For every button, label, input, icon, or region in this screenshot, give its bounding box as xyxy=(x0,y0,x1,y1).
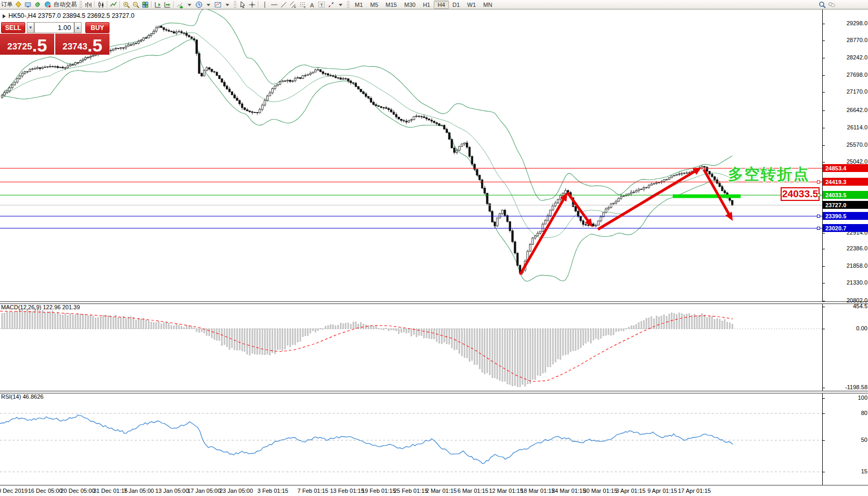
timeframe-button-mn[interactable]: MN xyxy=(480,1,496,9)
macd-axis-tick-label: 0.00 xyxy=(824,325,867,331)
time-axis-label: 30 Mar 01:15 xyxy=(583,488,617,494)
price-level-label: 23390.5 xyxy=(823,212,868,220)
volume-decrease-button[interactable]: ▼ xyxy=(27,22,34,33)
time-axis[interactable]: 0 Dec 201916 Dec 05:0020 Dec 05:0031 Dec… xyxy=(0,485,868,496)
panel-divider-rsi[interactable] xyxy=(0,391,868,393)
time-axis-label: 6 Mar 01:15 xyxy=(457,488,488,494)
price-chart-panel[interactable] xyxy=(0,9,822,302)
market-watch-icon[interactable] xyxy=(14,1,23,8)
periods-icon[interactable] xyxy=(194,1,204,8)
svg-text:A: A xyxy=(310,2,314,8)
auto-trading-button-glyph[interactable] xyxy=(43,1,53,8)
rsi-axis-tick-label: 50 xyxy=(824,437,867,443)
time-axis-label: 12 Mar 01:15 xyxy=(489,488,523,494)
price-axis-tick-label: 21858.0 xyxy=(824,262,867,269)
text-label-tool-icon[interactable]: T xyxy=(317,1,326,8)
time-axis-label: 31 Dec 01:15 xyxy=(93,488,127,494)
symbol-marker-icon xyxy=(3,14,6,18)
toolbar-grip[interactable] xyxy=(79,1,82,8)
rsi-indicator-panel[interactable] xyxy=(0,393,822,485)
indicators-dropdown-icon[interactable] xyxy=(185,1,194,8)
cursor-icon[interactable] xyxy=(238,1,247,8)
toolbar-separator xyxy=(94,1,95,8)
rsi-axis-tick-label: 100 xyxy=(824,394,867,401)
toolbar-grip[interactable] xyxy=(347,1,350,8)
panel-divider-macd[interactable] xyxy=(0,301,868,304)
volume-increase-button[interactable]: ▲ xyxy=(74,22,82,33)
price-axis-tick-label: 21330.0 xyxy=(824,279,867,286)
sell-price-frac: .5 xyxy=(32,36,47,55)
timeframe-button-m15[interactable]: M15 xyxy=(382,1,401,9)
rsi-axis-tick-label: 80 xyxy=(824,410,867,416)
price-axis-tick-label: 26114.0 xyxy=(824,124,867,130)
zoom-out-icon[interactable] xyxy=(131,1,141,8)
auto-scroll-icon[interactable] xyxy=(163,1,172,8)
time-axis-label: 23 Jan 05:00 xyxy=(220,488,253,494)
level-line-marker xyxy=(817,215,820,218)
search-icon[interactable] xyxy=(817,1,827,8)
price-axis-tick-label: 22386.0 xyxy=(824,245,867,251)
trendline-icon[interactable] xyxy=(279,1,288,8)
buy-button[interactable]: BUY xyxy=(85,22,109,33)
timeframe-button-m1[interactable]: M1 xyxy=(351,1,366,9)
bar-chart-icon[interactable] xyxy=(84,1,93,8)
line-chart-icon[interactable] xyxy=(109,1,118,8)
timeframe-button-h4[interactable]: H4 xyxy=(434,1,448,9)
timeframe-button-m5[interactable]: M5 xyxy=(366,1,382,9)
arrows-tool-icon[interactable] xyxy=(326,1,336,8)
sell-button[interactable]: SELL xyxy=(1,22,25,33)
chat-icon[interactable] xyxy=(827,1,836,8)
price-level-label: 24419.3 xyxy=(823,178,868,186)
equidistant-channel-icon[interactable]: E xyxy=(288,1,298,8)
price-level-label: 24033.5 xyxy=(823,191,868,199)
price-axis-tick-label: 27698.0 xyxy=(824,72,867,78)
volume-input[interactable]: 1.00 xyxy=(34,22,74,33)
text-tool-icon[interactable]: A xyxy=(307,1,317,8)
time-axis-label: 17 Jan 05:00 xyxy=(187,488,221,494)
time-axis-label: 3 Feb 01:15 xyxy=(257,488,288,494)
chart-shift-icon[interactable] xyxy=(153,1,163,8)
macd-axis-tick-label: -1198.58 xyxy=(824,384,867,390)
price-axis-tick-label: 27170.0 xyxy=(824,88,867,95)
buy-quote[interactable]: 23743 .5 xyxy=(55,34,109,55)
turning-point-annotation: 多空转折点 xyxy=(728,164,810,185)
crosshair-icon[interactable] xyxy=(247,1,257,8)
arrows-dropdown-icon[interactable] xyxy=(336,1,345,8)
svg-text:T: T xyxy=(320,2,323,7)
macd-axis-tick-label: 454.5 xyxy=(824,303,867,309)
price-axis-tick-label: 28242.0 xyxy=(824,54,867,60)
timeframe-button-w1[interactable]: W1 xyxy=(464,1,480,9)
price-level-label: 24853.4 xyxy=(823,164,868,172)
fibonacci-icon[interactable]: F xyxy=(298,1,307,8)
zoom-in-icon[interactable] xyxy=(122,1,131,8)
templates-icon[interactable] xyxy=(213,1,223,8)
terminal-window: 订单自动交易EFATM1M5M15M30H1H4D1W1MN HK50-,H4 … xyxy=(0,0,868,496)
macd-indicator-panel[interactable] xyxy=(0,303,822,391)
strategy-signal-icon[interactable] xyxy=(33,1,42,8)
templates-dropdown-icon[interactable] xyxy=(223,1,232,8)
time-axis-label: 17 Apr 01:15 xyxy=(678,488,711,494)
time-axis-label: 3 Apr 01:15 xyxy=(616,488,645,494)
sell-quote[interactable]: 23725 .5 xyxy=(0,34,54,55)
time-axis-label: 7 Jan 05:00 xyxy=(124,488,154,494)
vertical-line-icon[interactable] xyxy=(260,1,270,8)
periods-dropdown-icon[interactable] xyxy=(204,1,213,8)
buy-price-int: 23743 xyxy=(63,39,87,55)
toolbar-grip[interactable] xyxy=(234,1,236,8)
candlestick-chart-icon[interactable] xyxy=(96,1,106,8)
timeframe-button-h1[interactable]: H1 xyxy=(419,1,434,9)
svg-text:F: F xyxy=(304,5,306,8)
navigator-icon[interactable] xyxy=(23,1,33,8)
timeframe-button-m30[interactable]: M30 xyxy=(401,1,419,9)
indicators-icon[interactable] xyxy=(175,1,185,8)
time-axis-label: 18 Mar 01:15 xyxy=(521,488,555,494)
sell-price-int: 23725 xyxy=(7,39,32,55)
timeframe-button-d1[interactable]: D1 xyxy=(449,1,464,9)
new-order-button[interactable]: 订单 xyxy=(0,1,14,8)
horizontal-line-icon[interactable] xyxy=(270,1,279,8)
time-axis-label: 9 Apr 01:15 xyxy=(647,488,677,494)
tile-windows-icon[interactable] xyxy=(141,1,150,8)
auto-trading-button[interactable]: 自动交易 xyxy=(42,1,78,8)
price-axis-tick-label: 25570.0 xyxy=(824,141,867,148)
rsi-axis-tick-label: 15 xyxy=(824,468,867,474)
